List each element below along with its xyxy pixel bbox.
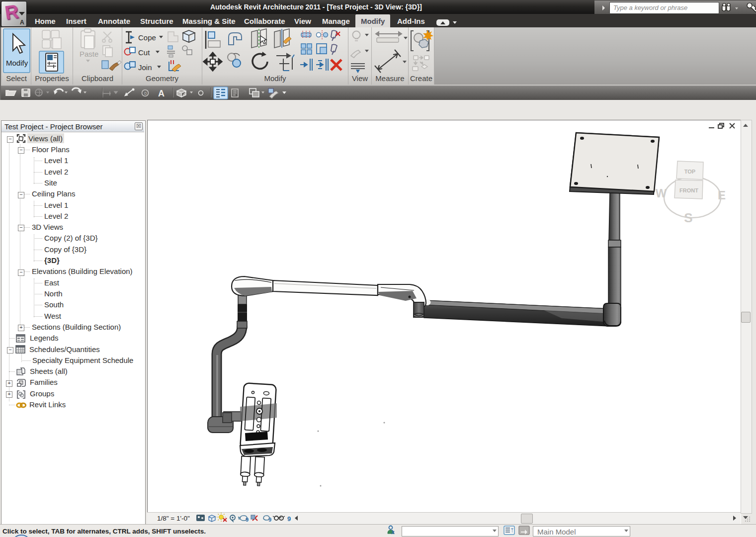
svg-text:FRONT: FRONT [679, 187, 698, 193]
svg-text:9: 9 [246, 517, 249, 523]
svg-text:A: A [158, 89, 165, 98]
svg-text:9: 9 [268, 517, 271, 523]
svg-text:Cut: Cut [138, 48, 150, 57]
svg-text:0: 0 [144, 91, 147, 96]
svg-text:TOP: TOP [684, 169, 695, 175]
svg-text:W: W [656, 186, 667, 200]
svg-text:9: 9 [287, 515, 291, 523]
svg-text:Join: Join [138, 63, 152, 72]
svg-text:Cope: Cope [138, 33, 156, 42]
svg-text:S: S [684, 210, 692, 225]
svg-text:Paste: Paste [80, 50, 98, 58]
svg-text:E: E [718, 188, 726, 202]
svg-text:Modify: Modify [6, 59, 28, 67]
